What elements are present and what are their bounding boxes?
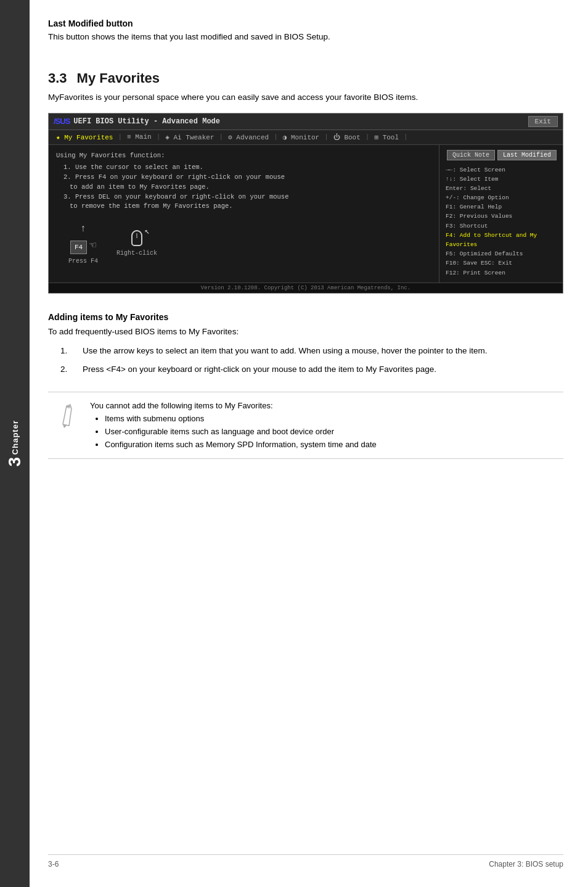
nav-ai-tweaker[interactable]: ◈ Ai Tweaker xyxy=(161,132,218,142)
page-footer: 3-6 Chapter 3: BIOS setup xyxy=(48,854,563,868)
bios-title-left: /SUS UEFI BIOS Utility - Advanced Mode xyxy=(54,117,220,126)
nav-main[interactable]: ≡ Main xyxy=(123,132,155,142)
help-line-7: F3: Shortcut xyxy=(446,221,557,231)
chapter-sidebar: Chapter 3 xyxy=(0,0,30,887)
footer-page-num: 3-6 xyxy=(48,860,59,868)
bios-footer: Version 2.10.1208. Copyright (C) 2013 Am… xyxy=(49,283,563,293)
section-description: MyFavorites is your personal space where… xyxy=(48,91,563,104)
help-line-1: →←: Select Screen xyxy=(446,165,557,175)
bios-instruction-1: 1. Use the cursor to select an item. xyxy=(63,163,431,173)
help-line-11: F12: Print Screen xyxy=(446,268,557,278)
help-line-6: F2: Previous Values xyxy=(446,212,557,221)
help-line-5: F1: General Help xyxy=(446,202,557,212)
bios-titlebar: /SUS UEFI BIOS Utility - Advanced Mode E… xyxy=(49,113,563,130)
note-content: You cannot add the following items to My… xyxy=(90,400,377,451)
last-modified-body: This button shows the items that you las… xyxy=(48,31,563,43)
nav-advanced[interactable]: ⚙ Advanced xyxy=(224,132,272,142)
last-modified-section: Last Modified button This button shows t… xyxy=(48,19,563,43)
f4-key: F4 xyxy=(70,241,87,255)
help-line-3: Enter: Select xyxy=(446,184,557,193)
note-intro: You cannot add the following items to My… xyxy=(90,401,273,410)
quick-note-button[interactable]: Quick Note xyxy=(447,150,495,160)
right-click-illustration: ↖ Right-click xyxy=(116,230,157,258)
help-line-10: F10: Save ESC: Exit xyxy=(446,258,557,268)
footer-chapter-label: Chapter 3: BIOS setup xyxy=(489,860,563,868)
bios-help-text: →←: Select Screen ↑↓: Select Item Enter:… xyxy=(446,165,557,278)
bios-screenshot: /SUS UEFI BIOS Utility - Advanced Mode E… xyxy=(48,113,563,294)
bios-illustration: ↑ F4 ☜ Press F4 ↖ xyxy=(68,221,431,266)
note-bullets: Items with submenu options User-configur… xyxy=(97,413,377,451)
up-arrow-icon: ↑ xyxy=(70,221,96,236)
help-line-2: ↑↓: Select Item xyxy=(446,175,557,184)
last-modified-title: Last Modified button xyxy=(48,19,563,28)
bios-instruction-3b: to remove the item from My Favorites pag… xyxy=(70,202,431,212)
f4-illustration: ↑ F4 ☜ Press F4 xyxy=(68,221,98,266)
note-bullet-2: User-configurable items such as language… xyxy=(105,426,377,439)
last-modified-button[interactable]: Last Modified xyxy=(497,150,557,160)
bios-version: Version 2.10.1208. Copyright (C) 2013 Am… xyxy=(201,285,410,291)
step-2-text: Press <F4> on your keyboard or right-cli… xyxy=(83,363,436,376)
bios-navbar: ★ My Favorites | ≡ Main | ◈ Ai Tweaker |… xyxy=(49,130,563,145)
note-bullet-3: Configuration items such as Memory SPD I… xyxy=(105,439,377,452)
bios-right-panel: Quick Note Last Modified →←: Select Scre… xyxy=(439,145,563,283)
help-line-8: F4: Add to Shortcut and My Favorites xyxy=(446,231,557,249)
help-line-4: +/-: Change Option xyxy=(446,193,557,202)
step-2-num: 2. xyxy=(60,363,73,376)
step-1-text: Use the arrow keys to select an item tha… xyxy=(83,344,488,358)
steps-list: 1. Use the arrow keys to select an item … xyxy=(60,344,563,376)
nav-my-favorites[interactable]: ★ My Favorites xyxy=(52,132,116,142)
mouse-group: ↖ xyxy=(131,230,142,246)
nav-tool[interactable]: ⊞ Tool xyxy=(370,132,402,142)
f4-hand-group: F4 ☜ xyxy=(70,237,96,254)
bios-instruction-2a: 2. Press F4 on your keyboard or right-cl… xyxy=(63,173,431,183)
right-click-label: Right-click xyxy=(116,249,157,258)
section-33-heading: 3.3 My Favorites xyxy=(48,70,563,86)
asus-logo: /SUS xyxy=(54,117,70,126)
note-box: You cannot add the following items to My… xyxy=(48,392,563,459)
bios-quick-buttons: Quick Note Last Modified xyxy=(446,150,557,160)
nav-boot[interactable]: ⏻ Boot xyxy=(330,132,364,142)
hand-icon: ☜ xyxy=(89,237,96,254)
press-f4-label: Press F4 xyxy=(68,257,98,266)
section-number: 3.3 xyxy=(48,70,67,86)
nav-monitor[interactable]: ◑ Monitor xyxy=(279,132,323,142)
bios-body: Using My Favorites function: 1. Use the … xyxy=(49,145,563,283)
step-1-num: 1. xyxy=(60,344,73,358)
bios-instruction-2b: to add an item to My Favorites page. xyxy=(70,183,431,192)
main-content: Last Modified button This button shows t… xyxy=(30,0,588,887)
note-bullet-1: Items with submenu options xyxy=(105,413,377,426)
adding-title: Adding items to My Favorites xyxy=(48,312,563,322)
bios-title-text: UEFI BIOS Utility - Advanced Mode xyxy=(73,117,220,126)
bios-exit-button[interactable]: Exit xyxy=(528,116,558,127)
chapter-label: Chapter xyxy=(10,420,20,455)
adding-intro: To add frequently-used BIOS items to My … xyxy=(48,326,563,338)
section-title: My Favorites xyxy=(77,70,160,86)
bios-instruction-3a: 3. Press DEL on your keyboard or right-c… xyxy=(63,192,431,202)
step-2: 2. Press <F4> on your keyboard or right-… xyxy=(60,363,563,376)
bios-instructions-title: Using My Favorites function: xyxy=(56,151,431,161)
bios-left-panel: Using My Favorites function: 1. Use the … xyxy=(49,145,439,283)
mouse-shape xyxy=(131,230,142,246)
f4-key-group: ↑ F4 ☜ xyxy=(70,221,96,254)
cursor-icon: ↖ xyxy=(145,225,150,238)
pen-icon xyxy=(58,400,83,431)
step-1: 1. Use the arrow keys to select an item … xyxy=(60,344,563,358)
help-line-9: F5: Optimized Defaults xyxy=(446,249,557,258)
adding-section: Adding items to My Favorites To add freq… xyxy=(48,306,563,384)
chapter-number: 3 xyxy=(5,457,25,467)
